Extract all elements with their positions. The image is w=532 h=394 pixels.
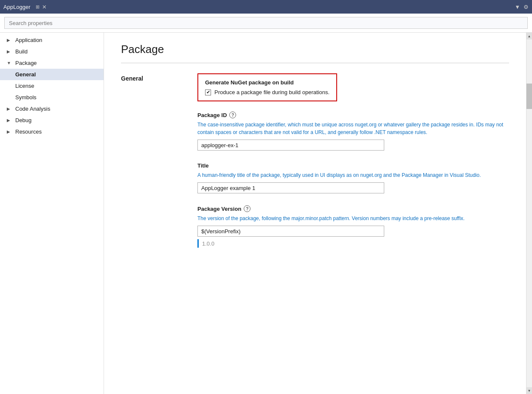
sidebar-item-symbols[interactable]: Symbols [0, 92, 104, 103]
scrollbar-track: ▲ ▼ [526, 33, 532, 394]
nuget-checkbox-row: ✔ Produce a package file during build op… [205, 89, 329, 95]
search-input[interactable] [4, 17, 528, 29]
sidebar-item-label: License [15, 83, 99, 89]
sidebar-item-license[interactable]: License [0, 80, 104, 92]
sidebar-item-label: Package [15, 60, 99, 66]
chevron-right-icon: ▶ [7, 49, 12, 54]
pin-icon[interactable]: ⊞ [36, 4, 39, 10]
nuget-title: Generate NuGet package on build [205, 79, 329, 86]
sidebar-item-label: Symbols [15, 94, 99, 101]
chevron-right-icon: ▶ [7, 129, 12, 134]
dropdown-icon[interactable]: ▼ [515, 4, 520, 10]
scrollbar-thumb[interactable] [526, 84, 532, 109]
search-bar-container [0, 14, 532, 33]
package-version-input[interactable] [197, 226, 384, 237]
version-hint-text: 1.0.0 [202, 240, 214, 247]
package-version-group: Package Version ? The version of the pac… [197, 205, 509, 248]
divider [121, 63, 509, 63]
general-section: General Generate NuGet package on build … [121, 73, 509, 260]
main-layout: ▶ Application ▶ Build ▼ Package General … [0, 33, 532, 394]
version-hint: 1.0.0 [197, 239, 509, 248]
window-title: AppLogger [3, 4, 31, 10]
chevron-right-icon: ▶ [7, 38, 12, 42]
sidebar-item-label: Debug [15, 117, 99, 123]
section-label: General [121, 75, 143, 82]
nuget-box: Generate NuGet package on build ✔ Produc… [197, 73, 337, 101]
settings-icon[interactable]: ⚙ [524, 4, 529, 10]
sidebar-item-label: General [15, 71, 99, 78]
sidebar-item-package[interactable]: ▼ Package [0, 57, 104, 69]
package-id-help-icon[interactable]: ? [229, 112, 236, 118]
version-hint-bar [197, 239, 199, 248]
page-title: Package [121, 43, 509, 56]
sidebar-item-code-analysis[interactable]: ▶ Code Analysis [0, 103, 104, 115]
sidebar: ▶ Application ▶ Build ▼ Package General … [0, 33, 104, 394]
nuget-checkbox[interactable]: ✔ [205, 89, 211, 95]
sidebar-item-label: Resources [15, 129, 99, 135]
chevron-right-icon: ▶ [7, 118, 12, 123]
title-bar: AppLogger ⊞ ✕ ▼ ⚙ [0, 0, 532, 14]
sidebar-item-build[interactable]: ▶ Build [0, 46, 104, 57]
chevron-down-icon: ▼ [7, 61, 12, 65]
package-version-help-icon[interactable]: ? [244, 205, 251, 212]
nuget-checkbox-label: Produce a package file during build oper… [214, 89, 329, 95]
scrollbar-up-button[interactable]: ▲ [526, 33, 532, 39]
sidebar-item-label: Code Analysis [15, 106, 99, 112]
close-icon[interactable]: ✕ [42, 4, 47, 10]
sidebar-item-general[interactable]: General [0, 69, 104, 80]
sidebar-item-application[interactable]: ▶ Application [0, 34, 104, 46]
sidebar-item-resources[interactable]: ▶ Resources [0, 126, 104, 137]
section-content: Generate NuGet package on build ✔ Produc… [197, 73, 509, 260]
sidebar-item-debug[interactable]: ▶ Debug [0, 115, 104, 126]
scrollbar-down-button[interactable]: ▼ [526, 387, 532, 394]
title-input[interactable] [197, 182, 384, 193]
package-id-group: Package ID ? The case-insensitive packag… [197, 112, 509, 151]
package-version-description: The version of the package, following th… [197, 215, 509, 222]
package-version-title: Package Version ? [197, 205, 509, 212]
content-area: Package General Generate NuGet package o… [104, 33, 526, 394]
sidebar-item-label: Build [15, 48, 99, 55]
chevron-right-icon: ▶ [7, 106, 12, 111]
package-id-input[interactable] [197, 140, 384, 151]
title-group: Title A human-friendly title of the pack… [197, 162, 509, 193]
title-field-title: Title [197, 162, 509, 169]
title-description: A human-friendly title of the package, t… [197, 171, 509, 179]
sidebar-item-label: Application [15, 37, 99, 43]
package-id-title: Package ID ? [197, 112, 509, 118]
package-id-description: The case-insensitive package identifier,… [197, 121, 509, 136]
